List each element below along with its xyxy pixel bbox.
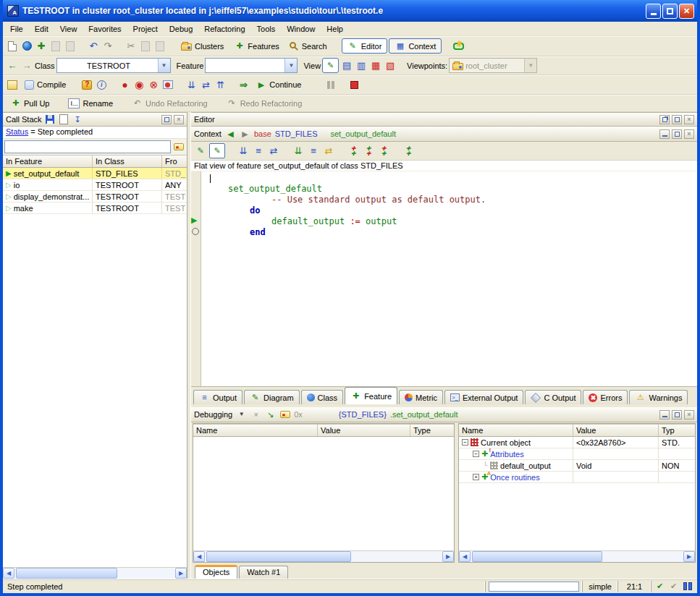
save-call-stack-icon[interactable] [45,114,56,125]
call-stack-row[interactable]: ▷io TESTROOT ANY [3,179,187,191]
context-toggle-button[interactable]: ▦ Context [389,38,442,54]
view-flat-icon[interactable]: ▦ [369,59,382,72]
call-stack-maximize-icon[interactable] [161,115,172,124]
menu-edit[interactable]: Edit [29,23,54,35]
debugging-close-icon[interactable]: × [684,410,694,420]
objects-column-name[interactable]: Name [459,425,573,436]
step-into-icon[interactable]: ⇊ [185,78,198,91]
call-stack-row[interactable]: ▷make TESTROOT TEST [3,203,187,214]
objects-column-value[interactable]: Value [573,425,659,436]
editor-close-icon[interactable]: × [684,115,694,124]
clusters-button[interactable]: Clusters [177,38,228,54]
collapse-icon[interactable]: − [462,439,468,446]
redo-icon[interactable]: ↷ [101,40,114,53]
save-all-icon[interactable] [64,40,77,53]
step-out-icon[interactable]: ⇈ [214,78,227,91]
menu-refactoring[interactable]: Refactoring [198,23,250,35]
editor-undock-icon[interactable] [659,115,670,124]
cut-icon[interactable]: ✂ [125,40,138,53]
callers-icon[interactable]: ⇊ [237,145,250,158]
tab-errors[interactable]: ✖Errors [583,390,628,404]
set-stack-depth-icon[interactable]: ↧ [72,114,83,125]
menu-tools[interactable]: Tools [251,23,282,35]
creators-icon[interactable]: ⇄ [267,145,280,158]
callees-icon[interactable]: ⇊ [292,145,305,158]
paste-icon[interactable] [153,40,166,53]
view-editor-button[interactable]: ✎ [322,58,339,73]
context-close-icon[interactable]: × [684,129,694,139]
clients-icon[interactable]: ✚✚ [377,145,390,158]
menu-window[interactable]: Window [281,23,321,35]
context-back-icon[interactable]: ◀ [225,129,236,140]
close-button[interactable]: ✕ [679,4,694,19]
pull-up-button[interactable]: ✚ Pull Up [6,95,54,111]
new-window-icon[interactable] [6,40,19,53]
expand-icon[interactable]: + [473,474,479,480]
stop-icon[interactable] [347,78,360,91]
scroll-left-icon[interactable]: ◀ [459,551,471,562]
tab-external-output[interactable]: >_External Output [444,390,523,404]
tab-output[interactable]: ≡Output [193,390,243,404]
editor-toggle-button[interactable]: ✎ Editor [342,38,388,54]
assigners-icon[interactable]: ≡ [252,145,265,158]
call-stack-row[interactable]: ▷display_demonstrat... TESTROOT TEST [3,191,187,203]
raise-tool-icon[interactable]: ↘ [265,409,276,420]
call-stack-row-current[interactable]: ▶set_output_default STD_FILES STD_ [3,168,187,179]
link-context-icon[interactable] [452,40,465,53]
scroll-left-icon[interactable]: ◀ [3,568,14,579]
debugging-minimize-icon[interactable] [659,410,670,420]
undo-icon[interactable]: ↶ [87,40,100,53]
rename-button[interactable]: I... Rename [64,95,117,111]
objects-table-empty[interactable] [459,483,695,550]
call-stack-filter-input[interactable] [4,140,171,153]
editor-maximize-icon[interactable] [672,115,682,124]
menu-debug[interactable]: Debug [164,23,198,35]
view-contract-icon[interactable]: ▧ [384,59,397,72]
view-text-icon[interactable]: ▥ [355,59,368,72]
tab-diagram[interactable]: ✎Diagram [244,390,300,404]
back-icon[interactable]: ← [6,59,19,72]
breakpoint-slot-icon[interactable] [192,228,199,235]
basic-text-view-icon[interactable]: ✎ [194,145,207,158]
search-button[interactable]: Search [285,38,332,54]
objects-table-hscrollbar[interactable]: ◀ ▶ [459,550,695,562]
tab-metric[interactable]: Metric [399,390,443,404]
copy-call-stack-icon[interactable] [59,114,69,125]
save-icon[interactable] [49,40,62,53]
tab-objects[interactable]: Objects [195,565,237,579]
breakpoint-margin[interactable]: ▶ [191,171,201,386]
minimize-button[interactable] [646,4,661,19]
forward-icon[interactable]: → [20,59,33,72]
creations-icon[interactable]: ⇄ [322,145,335,158]
scroll-right-icon[interactable]: ▶ [175,568,187,579]
class-combobox-arrow-icon[interactable]: ▼ [158,59,170,72]
maximize-button[interactable] [662,4,678,19]
debugging-dropdown-icon[interactable]: ▼ [236,409,247,420]
context-maximize-icon[interactable] [672,129,682,139]
object-tree-row[interactable]: └default_output Void NON [459,460,695,472]
objects-column-type[interactable]: Typ [659,425,695,436]
open-icon[interactable] [20,40,33,53]
call-stack-close-icon[interactable]: × [174,115,184,124]
watch-column-type[interactable]: Type [410,425,454,436]
scroll-left-icon[interactable]: ◀ [193,551,205,562]
menu-help[interactable]: Help [321,23,349,35]
object-tree-row[interactable]: +✚AOnce routines [459,472,695,483]
code-area[interactable]: ▶ set_output_default -- Use standard out… [191,171,697,386]
copy-icon[interactable] [139,40,152,53]
continue-button[interactable]: ▶ Continue [251,77,305,93]
ancestors-icon[interactable]: ✚✚ [347,145,360,158]
flat-view-button[interactable]: ✎ [209,143,225,158]
breadcrumb-feature[interactable]: set_output_default [330,129,396,138]
suppliers-icon[interactable]: ✚✚ [402,145,415,158]
breakpoints-tool-icon[interactable] [161,78,174,91]
disable-breakpoints-icon[interactable]: ◉ [132,78,146,91]
column-in-feature[interactable]: In Feature [3,156,93,167]
enable-breakpoints-icon[interactable]: ● [118,78,131,91]
view-clickable-icon[interactable]: ▤ [340,59,353,72]
breadcrumb-class[interactable]: STD_FILES [275,129,318,138]
info-icon[interactable]: i [95,78,108,91]
new-item-icon[interactable]: ✚ [35,40,48,53]
tab-c-output[interactable]: C Output [525,390,581,404]
melt-icon[interactable] [6,78,19,91]
